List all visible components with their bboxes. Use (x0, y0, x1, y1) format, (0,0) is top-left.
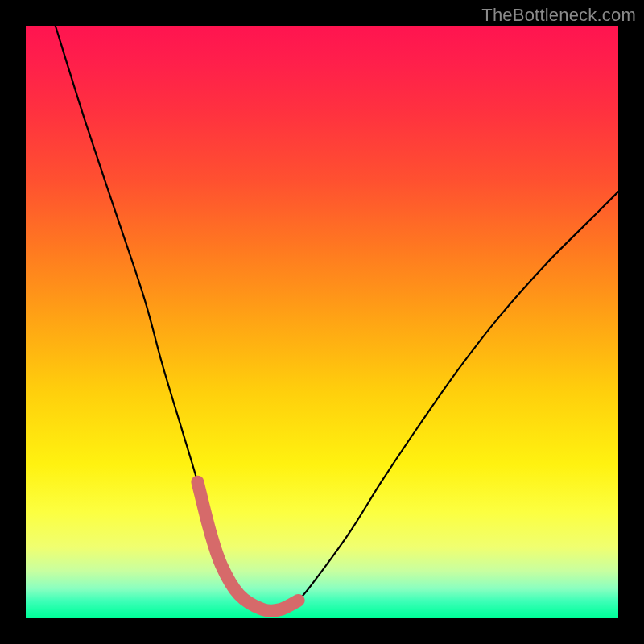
curve-svg (26, 26, 618, 618)
plot-area (26, 26, 618, 618)
chart-stage: TheBottleneck.com (0, 0, 644, 644)
watermark-text: TheBottleneck.com (481, 5, 636, 26)
optimal-range-highlight (197, 482, 298, 611)
bottleneck-curve (56, 26, 618, 611)
